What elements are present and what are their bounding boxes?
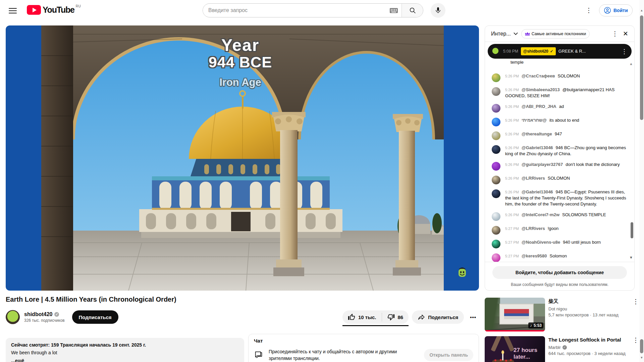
chat-timestamp: 5:26 PM: [505, 74, 519, 78]
chat-avatar[interactable]: [492, 60, 500, 68]
chat-signin-button[interactable]: Войдите, чтобы добавить сообщение: [492, 266, 627, 279]
chat-author[interactable]: @guitarplayer32767: [522, 162, 563, 167]
chat-author[interactable]: שחראמיתי@: [522, 118, 547, 123]
scroll-down-icon[interactable]: ▼: [640, 356, 643, 359]
chat-avatar[interactable]: [492, 253, 500, 262]
thumbs-up-icon: [348, 313, 355, 321]
chat-timestamp: 5:27 PM: [505, 227, 519, 231]
chat-avatar[interactable]: [492, 145, 500, 154]
chat-avatar[interactable]: [492, 226, 500, 235]
chat-header: Интер... Самые активные поклонники ⋮ ✕: [485, 26, 634, 42]
chat-avatar[interactable]: [492, 212, 500, 221]
chat-author[interactable]: @Simbaleena2013: [522, 87, 560, 92]
youtube-watch-page: YouTube RU ⋮: [0, 0, 644, 362]
like-dislike-group: 10 тыс. 86: [342, 310, 409, 324]
pinned-author-badge[interactable]: @shidbot420 ✓: [521, 47, 556, 55]
show-more-link[interactable]: ...ещё: [11, 358, 239, 362]
crown-icon: [525, 32, 530, 36]
microphone-icon: [434, 7, 442, 14]
chat-avatar[interactable]: [492, 189, 500, 198]
chat-avatar[interactable]: [492, 131, 500, 140]
chat-avatar[interactable]: [492, 87, 500, 96]
rec-title-1[interactable]: 柴又: [548, 298, 629, 305]
chat-avatar[interactable]: [492, 118, 500, 126]
chat-author[interactable]: @Gabriel13046: [522, 145, 553, 150]
pinned-kebab-icon[interactable]: ⋮: [621, 48, 628, 55]
pinned-message[interactable]: 5:08 PM @shidbot420 ✓ GREEK & R... ⋮: [488, 44, 632, 59]
signin-button[interactable]: Войти: [599, 4, 633, 16]
thumbnail-1[interactable]: ♪ 5:53: [485, 298, 545, 331]
chat-avatar[interactable]: [492, 176, 500, 184]
chat-author[interactable]: @Gabriel13046: [522, 189, 553, 194]
description-box[interactable]: Сейчас смотрят: 159 Трансляция началась …: [6, 338, 244, 362]
channel-avatar[interactable]: [6, 310, 20, 324]
keyboard-icon[interactable]: [389, 7, 398, 13]
chat-scroll-up-icon[interactable]: ▲: [629, 61, 633, 67]
chat-avatar[interactable]: [492, 73, 500, 82]
channel-watermark-smiley[interactable]: [457, 266, 468, 279]
chat-author[interactable]: @keres9580: [522, 253, 547, 258]
music-note-icon: ♪: [530, 323, 532, 328]
recommended-list: ♪ 5:53 柴又 Dot nigou 5,7 млн просмотров ·…: [485, 298, 639, 362]
like-count: 10 тыс.: [358, 314, 376, 320]
rec-channel-2[interactable]: Marblr: [548, 345, 561, 350]
region-label: RU: [76, 4, 81, 8]
search-button[interactable]: [401, 3, 423, 17]
chat-avatar[interactable]: [492, 162, 500, 171]
recommended-video-2[interactable]: 27 hours later... The Longest Softlock i…: [485, 336, 639, 362]
channel-name[interactable]: shidbot420: [24, 311, 52, 317]
chat-message: 5:26 PM@guitarplayer32767don't look that…: [492, 162, 631, 171]
chat-avatar[interactable]: [492, 240, 500, 248]
subscriber-count: 326 тыс. подписчиков: [24, 318, 65, 323]
chat-footer: Войдите, чтобы добавить сообщение Ваши с…: [485, 262, 634, 290]
page-scrollbar[interactable]: ▲ ▼: [639, 0, 644, 362]
chat-avatar[interactable]: [492, 104, 500, 113]
chat-author[interactable]: @LRRivers: [522, 176, 545, 181]
dislike-count: 86: [398, 314, 404, 320]
more-actions-button[interactable]: •••: [467, 314, 479, 320]
chat-mode-label: Интер...: [491, 31, 511, 37]
chat-signin-note: Ваши сообщения будут видны всем пользова…: [492, 282, 627, 287]
thumbnail-2[interactable]: 27 hours later...: [485, 336, 545, 362]
chat-message: 5:26 PMשחראמיתי@its about to end: [492, 117, 631, 126]
chat-scroll-down-icon[interactable]: ▼: [629, 254, 633, 260]
chat-author[interactable]: @ABI_PRO_JHA: [522, 104, 556, 109]
recommended-video-1[interactable]: ♪ 5:53 柴又 Dot nigou 5,7 млн просмотров ·…: [485, 298, 639, 331]
chat-timestamp: 5:27 PM: [505, 240, 519, 244]
share-button[interactable]: Поделиться: [412, 310, 464, 324]
chat-author[interactable]: @therealtunge: [522, 131, 552, 136]
menu-icon[interactable]: [9, 6, 17, 14]
youtube-wordmark: YouTube: [43, 5, 74, 15]
rec-title-2[interactable]: The Longest Softlock in Portal: [548, 337, 629, 343]
chat-author[interactable]: @NoahGivens-u8e: [522, 240, 560, 245]
voice-search-button[interactable]: [431, 3, 445, 18]
chat-message-list[interactable]: 5:08 PM @shidbot420 ✓ GREEK & R... ⋮ tem…: [485, 42, 634, 262]
dislike-button[interactable]: 86: [382, 310, 409, 324]
top-fans-badge[interactable]: Самые активные поклонники: [521, 29, 590, 39]
rec-kebab-icon-2[interactable]: ⋮: [633, 336, 639, 362]
chat-close-icon[interactable]: ✕: [622, 30, 630, 38]
subscribe-button[interactable]: Подписаться: [72, 310, 118, 324]
scroll-up-icon[interactable]: ▲: [640, 9, 643, 12]
chat-timestamp: 5:26 PM: [505, 105, 519, 109]
page-scrollbar-thumb-lower[interactable]: [640, 339, 643, 353]
chat-scrollbar-thumb[interactable]: [631, 222, 633, 238]
chat-kebab-icon[interactable]: ⋮: [612, 31, 618, 37]
chat-mode-dropdown[interactable]: Интер...: [491, 31, 518, 37]
watched-progress-bar: [485, 330, 545, 331]
thumbs-down-icon: [387, 313, 395, 321]
chat-author[interactable]: @IntelCorei7-m2w: [522, 212, 559, 217]
chat-text: ad: [559, 104, 564, 109]
youtube-logo[interactable]: YouTube RU: [27, 5, 81, 15]
like-button[interactable]: 10 тыс.: [342, 310, 382, 324]
pinned-text: GREEK & R...: [558, 48, 619, 54]
video-player[interactable]: Year 944 BCE Iron Age: [6, 25, 479, 291]
page-scrollbar-thumb[interactable]: [640, 15, 643, 120]
open-chat-panel-button[interactable]: Открыть панель: [424, 349, 473, 361]
chat-author[interactable]: @LRRivers: [522, 226, 545, 231]
rec-kebab-icon-1[interactable]: ⋮: [633, 298, 639, 331]
search-input[interactable]: [203, 7, 389, 13]
rec-channel-1[interactable]: Dot nigou: [548, 306, 629, 311]
settings-kebab-icon[interactable]: ⋮: [586, 7, 592, 13]
chat-author[interactable]: @СтасСтафеев: [522, 73, 555, 78]
